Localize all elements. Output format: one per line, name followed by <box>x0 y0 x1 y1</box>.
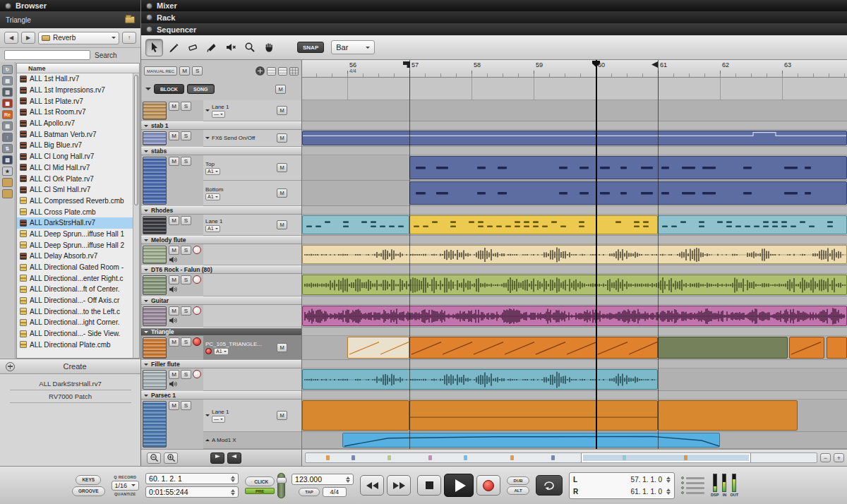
device-icon[interactable] <box>143 157 167 205</box>
upload-icon[interactable]: ↑ <box>2 133 13 142</box>
forward-button[interactable]: ▶ <box>21 32 35 44</box>
fast-forward-button[interactable] <box>387 475 411 496</box>
rack-collapse-icon[interactable] <box>146 14 152 20</box>
lane-target-badge[interactable]: A1 <box>205 193 220 200</box>
track-solo-button[interactable]: S <box>181 157 191 166</box>
lane-mute-button[interactable]: M <box>277 411 287 420</box>
file-row[interactable]: ALL 1st Hall.rv7 <box>17 73 139 85</box>
grid-view-icon[interactable] <box>289 67 299 76</box>
record-arm-button[interactable] <box>193 370 201 378</box>
lane-collapse-icon[interactable] <box>205 109 210 114</box>
clip[interactable] <box>342 433 720 448</box>
clip[interactable] <box>302 306 847 326</box>
clip[interactable] <box>409 181 847 205</box>
groove-button[interactable]: GROOVE <box>72 486 105 496</box>
clip[interactable] <box>827 337 847 359</box>
timeline-ruler[interactable]: 56575859606162634/4 <box>302 60 847 78</box>
clip-lane[interactable] <box>302 400 847 432</box>
track-collapse-icon[interactable] <box>144 150 148 155</box>
slider-knob[interactable] <box>277 477 287 484</box>
device-icon[interactable] <box>143 102 167 120</box>
tempo-display[interactable]: 123.000 <box>292 474 354 485</box>
track-collapse-icon[interactable] <box>144 364 148 368</box>
clip-lane[interactable] <box>302 336 847 360</box>
lane-target-badge[interactable]: A1 <box>205 168 220 175</box>
clip[interactable] <box>302 215 409 234</box>
file-list-scrollbar[interactable] <box>133 73 139 358</box>
clip[interactable] <box>658 337 788 359</box>
track-header[interactable]: Guitar <box>141 296 301 305</box>
loop-left-flag-button[interactable] <box>210 452 224 464</box>
track-mute-button[interactable]: M <box>169 246 179 255</box>
block-timeline-strip[interactable] <box>302 78 847 100</box>
device-icon[interactable] <box>143 275 167 295</box>
drive-icon[interactable]: ▥ <box>2 88 13 97</box>
time-position-display[interactable]: 0:01:55:244 <box>145 486 239 498</box>
track-mute-button[interactable]: M <box>169 370 179 379</box>
clip[interactable] <box>347 337 409 359</box>
folder-icon-2[interactable] <box>2 189 13 198</box>
file-list-header[interactable]: Name <box>17 64 139 73</box>
file-row[interactable]: ALL Deep Sprun...iffuse Hall 2 <box>17 239 139 251</box>
stop-button[interactable] <box>417 475 441 496</box>
navigator-viewport[interactable] <box>582 453 750 462</box>
record-arm-button[interactable] <box>193 306 201 315</box>
up-button[interactable]: ↑ <box>122 32 136 44</box>
refresh-icon[interactable]: ↻ <box>2 65 13 74</box>
file-row[interactable]: ALL Directional...enter Right.c <box>17 272 139 284</box>
clip-lane[interactable] <box>302 181 847 206</box>
document-icon[interactable]: ▤ <box>2 121 13 131</box>
file-row[interactable]: ALL 1st Room.rv7 <box>17 107 139 118</box>
file-row[interactable]: ALL Apollo.rv7 <box>17 118 139 129</box>
snap-toggle-button[interactable]: SNAP <box>297 42 324 53</box>
clip[interactable] <box>409 337 658 359</box>
right-locator-row[interactable]: R 61. 1. 1. 0 <box>573 486 671 497</box>
track-collapse-icon[interactable] <box>144 239 148 244</box>
track-collapse-icon[interactable] <box>144 269 148 273</box>
clip-lane[interactable] <box>302 244 847 265</box>
mute-tool-button[interactable] <box>222 39 239 56</box>
lane-mute-button[interactable]: M <box>277 188 287 198</box>
manual-rec-button[interactable]: MANUAL REC <box>144 66 177 76</box>
collapse-icon[interactable] <box>145 88 151 93</box>
pre-count-button[interactable]: PRE <box>245 488 275 494</box>
loop-right-flag-button[interactable] <box>227 452 241 464</box>
back-button[interactable]: ◀ <box>4 32 18 44</box>
device-icon[interactable] <box>143 370 167 390</box>
zoom-out-button[interactable] <box>147 452 161 464</box>
file-row[interactable]: ALL Cl Long Hall.rv7 <box>17 151 139 162</box>
record-arm-button[interactable] <box>193 337 201 346</box>
lane-collapse-icon[interactable] <box>205 437 210 441</box>
reason-sounds-icon[interactable]: ▦ <box>2 99 13 108</box>
file-row[interactable]: ALL Cl Sml Hall.rv7 <box>17 184 139 196</box>
lane-mute-button[interactable]: M <box>277 163 287 172</box>
track-solo-button[interactable]: S <box>181 275 191 284</box>
location-dropdown[interactable]: Reverb <box>38 32 119 44</box>
arrow-tool-button[interactable] <box>145 39 163 56</box>
clip-lane[interactable] <box>302 100 847 121</box>
magnify-tool-button[interactable] <box>241 39 258 56</box>
position-stepper[interactable] <box>231 474 235 484</box>
lane-record-button[interactable] <box>205 348 212 354</box>
file-row[interactable]: ALL Cl Ork Plate.rv7 <box>17 173 139 184</box>
track-solo-button[interactable]: S <box>181 401 191 410</box>
block-mute-button[interactable]: M <box>275 85 286 94</box>
record-arm-button[interactable] <box>193 246 201 254</box>
play-button[interactable] <box>444 474 474 497</box>
monitor-icon[interactable] <box>169 317 177 324</box>
device-icon[interactable] <box>143 401 167 448</box>
lane-mute-button[interactable]: M <box>277 133 287 143</box>
track-collapse-icon[interactable] <box>144 210 148 214</box>
alt-button[interactable]: ALT <box>507 486 529 495</box>
track-solo-button[interactable]: S <box>181 370 191 379</box>
computer-icon[interactable]: ▤ <box>2 76 13 85</box>
clip[interactable] <box>302 400 409 431</box>
quantize-value-dropdown[interactable]: 1/16 <box>112 481 140 491</box>
track-mute-button[interactable]: M <box>169 131 179 140</box>
device-icon[interactable] <box>143 246 167 264</box>
navigator-strip[interactable] <box>305 452 817 463</box>
left-locator-stepper[interactable] <box>666 474 671 485</box>
track-mute-button[interactable]: M <box>169 275 179 284</box>
record-button[interactable] <box>476 475 500 496</box>
record-arm-button[interactable] <box>193 275 201 284</box>
